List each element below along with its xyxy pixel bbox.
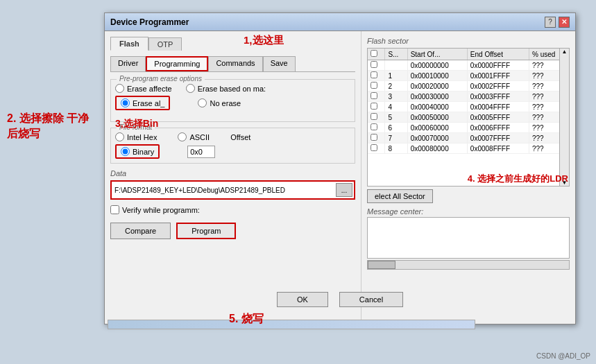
erase-map-option: Erase based on ma: — [186, 84, 266, 93]
annotation-step4: 4. 选择之前生成好的LDR — [468, 173, 568, 185]
table-row: 6 0x00060000 0x0006FFFF ??? — [368, 123, 569, 133]
row-checkbox[interactable] — [368, 102, 385, 112]
row-start: 0x00050000 — [407, 112, 467, 123]
row-checkbox[interactable] — [368, 60, 385, 71]
row-end: 0x0002FFFF — [467, 81, 529, 92]
erase-row-2: Erase al_ No erase — [115, 96, 350, 110]
sector-table-container: S... Start Of... End Offset % used 0x000… — [367, 48, 570, 187]
ok-button[interactable]: OK — [277, 292, 328, 307]
tab-otp[interactable]: OTP — [148, 37, 182, 51]
close-button[interactable]: ✕ — [559, 17, 570, 28]
erase-options-group: Pre-program erase options Erase affecte … — [110, 79, 355, 122]
offset-input[interactable] — [187, 146, 215, 158]
row-end: 0x0003FFFF — [467, 92, 529, 102]
row-checkbox[interactable] — [368, 71, 385, 81]
table-row: 5 0x00050000 0x0005FFFF ??? — [368, 112, 569, 123]
data-label: Data — [110, 169, 355, 177]
titlebar: Device Programmer ? ✕ — [105, 13, 575, 31]
cancel-button[interactable]: Cancel — [339, 292, 403, 307]
row-s — [385, 60, 407, 71]
browse-button[interactable]: ... — [336, 183, 352, 197]
ascii-option: ASCII — [178, 132, 210, 141]
annotation-step5: 5. 烧写 — [229, 312, 264, 327]
help-button[interactable]: ? — [545, 17, 556, 28]
dialog-footer: OK Cancel — [105, 286, 575, 313]
program-button[interactable]: Program — [176, 223, 236, 239]
select-all-checkbox[interactable] — [371, 50, 377, 57]
table-row: 4 0x00040000 0x0004FFFF ??? — [368, 102, 569, 112]
right-panel: Flash sector S... Start Of... End Offset… — [361, 31, 575, 324]
tab-flash[interactable]: Flash — [110, 37, 148, 51]
row-s: 6 — [385, 123, 407, 133]
offset-value-group — [187, 146, 215, 158]
offset-label: Offset — [230, 133, 250, 141]
erase-all-radio[interactable] — [121, 98, 130, 107]
row-s: 8 — [385, 144, 407, 154]
row-end: 0x0000FFFF — [467, 60, 529, 71]
tab-save[interactable]: Save — [263, 56, 296, 71]
erase-affected-radio[interactable] — [115, 84, 124, 93]
dialog-window: Device Programmer ? ✕ 1,选这里 Flash OTP Dr… — [104, 12, 576, 324]
col-end: End Offset — [467, 49, 529, 60]
row-start: 0x00070000 — [407, 133, 467, 144]
scrollbar-right[interactable]: ▲ ▼ — [559, 49, 569, 186]
row-s: 7 — [385, 133, 407, 144]
verify-checkbox[interactable] — [110, 205, 119, 214]
data-section: Data ... — [110, 169, 355, 200]
tab-commands[interactable]: Commands — [208, 56, 262, 71]
erase-affected-option: Erase affecte — [115, 84, 172, 93]
row-end: 0x0005FFFF — [467, 112, 529, 123]
compare-button[interactable]: Compare — [110, 223, 171, 239]
row-end: 0x0007FFFF — [467, 133, 529, 144]
row-s: 3 — [385, 92, 407, 102]
dialog-title: Device Programmer — [110, 17, 189, 27]
intel-hex-label: Intel Hex — [127, 133, 157, 141]
col-checkbox — [368, 49, 385, 60]
tab-programming[interactable]: Programming — [146, 56, 208, 71]
no-erase-label: No erase — [210, 99, 241, 107]
table-row: 8 0x00080000 0x0008FFFF ??? — [368, 144, 569, 154]
annotation-step3: 3,选择Bin — [115, 118, 158, 130]
left-annotation: 2. 选择擦除 干净后烧写 — [7, 111, 97, 142]
row-checkbox[interactable] — [368, 81, 385, 92]
inner-tabs: Driver Programming Commands Save — [110, 56, 355, 72]
row-checkbox[interactable] — [368, 112, 385, 123]
row-end: 0x0006FFFF — [467, 123, 529, 133]
left-panel: Flash OTP Driver Programming Commands Sa… — [105, 31, 361, 324]
col-s: S... — [385, 49, 407, 60]
data-file-input[interactable] — [113, 183, 333, 197]
binary-radio[interactable] — [121, 147, 130, 156]
dialog-content: Flash OTP Driver Programming Commands Sa… — [105, 31, 575, 324]
row-checkbox[interactable] — [368, 144, 385, 154]
table-row: 0x00000000 0x0000FFFF ??? — [368, 60, 569, 71]
table-row: 2 0x00020000 0x0002FFFF ??? — [368, 81, 569, 92]
verify-label: Verify while programm: — [122, 206, 200, 214]
row-end: 0x0001FFFF — [467, 71, 529, 81]
intel-hex-option: Intel Hex — [115, 132, 157, 141]
row-end: 0x0008FFFF — [467, 144, 529, 154]
scrollbar-thumb[interactable] — [368, 261, 395, 269]
ascii-radio[interactable] — [178, 132, 187, 141]
row-checkbox[interactable] — [368, 123, 385, 133]
row-checkbox[interactable] — [368, 92, 385, 102]
horizontal-scrollbar[interactable] — [367, 260, 570, 270]
no-erase-radio[interactable] — [198, 98, 207, 107]
col-start: Start Of... — [407, 49, 467, 60]
table-row: 1 0x00010000 0x0001FFFF ??? — [368, 71, 569, 81]
erase-map-radio[interactable] — [186, 84, 195, 93]
tab-driver[interactable]: Driver — [110, 56, 146, 71]
format-row: Intel Hex ASCII Offset — [115, 132, 350, 141]
select-all-sector-button[interactable]: elect All Sector — [367, 189, 433, 203]
progress-bar-fill — [108, 320, 475, 329]
intel-hex-radio[interactable] — [115, 132, 124, 141]
flash-sector-label: Flash sector — [367, 37, 570, 45]
row-checkbox[interactable] — [368, 133, 385, 144]
message-center-label: Message center: — [367, 207, 570, 216]
row-s: 1 — [385, 71, 407, 81]
binary-label: Binary — [133, 148, 154, 156]
csdn-watermark: CSDN @ADI_OP — [536, 352, 590, 360]
erase-affected-label: Erase affecte — [127, 85, 172, 93]
scroll-up-arrow[interactable]: ▲ — [562, 49, 568, 55]
offset-group: Offset — [230, 133, 250, 141]
row-start: 0x00020000 — [407, 81, 467, 92]
